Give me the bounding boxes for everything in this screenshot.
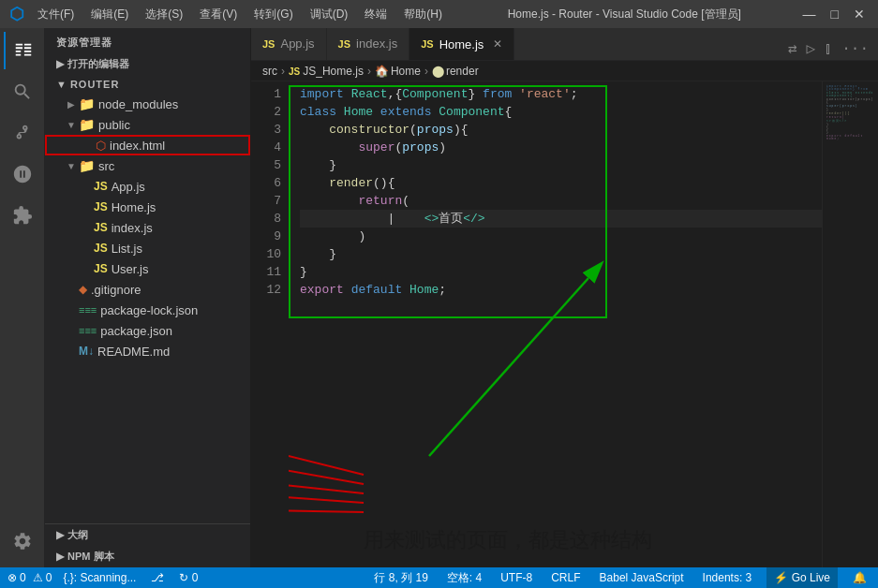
tree-item-home-js[interactable]: JS Home.js bbox=[45, 197, 250, 217]
tree-item-package-json[interactable]: ≡≡≡ package.json bbox=[45, 320, 250, 341]
menu-edit[interactable]: 编辑(E) bbox=[83, 5, 136, 24]
node-modules-arrow: ▶ bbox=[64, 99, 79, 110]
activity-extensions[interactable] bbox=[4, 197, 41, 234]
sidebar: 资源管理器 ▶ 打开的编辑器 ▼ ROUTER ▶ 📁 node_modules… bbox=[45, 28, 251, 567]
git-branch-icon: ⎇ bbox=[151, 571, 164, 584]
split-editor-button[interactable]: ⇄ bbox=[786, 37, 799, 60]
status-encoding[interactable]: UTF-8 bbox=[497, 571, 536, 584]
menu-debug[interactable]: 调试(D) bbox=[303, 5, 356, 24]
app-js-label: App.js bbox=[112, 180, 145, 194]
menu-select[interactable]: 选择(S) bbox=[138, 5, 190, 24]
status-language[interactable]: Babel JavaScript bbox=[596, 571, 688, 584]
titlebar-left: ⬡ 文件(F) 编辑(E) 选择(S) 查看(V) 转到(G) 调试(D) 终端… bbox=[9, 4, 450, 24]
close-button[interactable]: ✕ bbox=[850, 7, 869, 22]
tree-item-user-js[interactable]: JS User.js bbox=[45, 258, 250, 279]
menu-view[interactable]: 查看(V) bbox=[192, 5, 245, 24]
file-tree: ▶ 📁 node_modules ▼ 📁 public ⬡ index.html bbox=[45, 94, 250, 523]
code-line-6: render(){ bbox=[300, 174, 822, 192]
open-editors-section[interactable]: ▶ 打开的编辑器 bbox=[45, 53, 250, 75]
annotation-overlay: 用来测试的页面，都是这种结构 bbox=[364, 531, 652, 549]
tree-item-package-lock[interactable]: ≡≡≡ package-lock.json bbox=[45, 300, 250, 320]
tab-index-js[interactable]: JS index.js bbox=[327, 28, 410, 60]
titlebar: ⬡ 文件(F) 编辑(E) 选择(S) 查看(V) 转到(G) 调试(D) 终端… bbox=[0, 0, 878, 28]
status-left: ⊗ 0 ⚠ 0 {.}: Scanning... ⎇ ↻ 0 bbox=[7, 571, 201, 584]
activity-git[interactable] bbox=[4, 114, 41, 152]
outline-section[interactable]: ▶ 大纲 bbox=[45, 524, 250, 546]
go-live-button[interactable]: ⚡ Go Live bbox=[766, 567, 838, 588]
code-editor[interactable]: 1 2 3 4 5 6 7 8 9 10 11 12 import React,… bbox=[251, 81, 878, 567]
gitignore-icon: ◆ bbox=[79, 283, 87, 296]
status-sync[interactable]: ↻ 0 bbox=[175, 571, 201, 584]
code-line-11: } bbox=[300, 263, 822, 281]
tree-item-src[interactable]: ▼ 📁 src bbox=[45, 155, 250, 176]
public-arrow: ▼ bbox=[64, 120, 79, 130]
activity-search[interactable] bbox=[4, 73, 41, 110]
status-position[interactable]: 行 8, 列 19 bbox=[370, 570, 431, 586]
tab-actions: ⇄ ▷ ⫿ ··· bbox=[779, 37, 878, 60]
main-layout: 资源管理器 ▶ 打开的编辑器 ▼ ROUTER ▶ 📁 node_modules… bbox=[0, 28, 878, 567]
status-indents[interactable]: Indents: 3 bbox=[699, 571, 756, 584]
status-line-ending[interactable]: CRLF bbox=[547, 571, 584, 584]
menu-file[interactable]: 文件(F) bbox=[30, 5, 82, 24]
status-git[interactable]: ⎇ bbox=[147, 571, 168, 584]
tab-home-js[interactable]: JS Home.js ✕ bbox=[409, 28, 514, 60]
breadcrumb-file[interactable]: JSJS_Home.js bbox=[289, 65, 364, 78]
breadcrumb-src[interactable]: src bbox=[262, 65, 277, 78]
code-line-7: return( bbox=[300, 192, 822, 210]
tree-item-readme[interactable]: M↓ README.md bbox=[45, 341, 250, 361]
status-bell[interactable]: 🔔 bbox=[849, 571, 871, 584]
menu-goto[interactable]: 转到(G) bbox=[246, 5, 300, 24]
run-button[interactable]: ▷ bbox=[805, 37, 818, 60]
line-numbers: 1 2 3 4 5 6 7 8 9 10 11 12 bbox=[251, 81, 289, 567]
activity-explorer[interactable] bbox=[4, 32, 41, 69]
svg-line-3 bbox=[289, 484, 364, 503]
breadcrumb: src › JSJS_Home.js › 🏠Home › ⬤render bbox=[251, 61, 878, 81]
public-folder-icon: 📁 bbox=[79, 117, 95, 132]
breadcrumb-render[interactable]: ⬤render bbox=[432, 65, 479, 78]
readme-label: README.md bbox=[97, 345, 170, 359]
code-content[interactable]: import React,{Component} from 'react'; c… bbox=[289, 81, 822, 567]
sync-count: 0 bbox=[192, 571, 199, 584]
tree-item-public[interactable]: ▼ 📁 public bbox=[45, 114, 250, 135]
tree-item-list-js[interactable]: JS List.js bbox=[45, 238, 250, 258]
sync-icon: ↻ bbox=[179, 571, 188, 584]
src-label: src bbox=[98, 159, 114, 173]
home-js-icon: JS bbox=[94, 200, 108, 213]
tree-item-app-js[interactable]: JS App.js bbox=[45, 176, 250, 197]
menu-help[interactable]: 帮助(H) bbox=[396, 5, 450, 24]
activity-debug[interactable] bbox=[4, 155, 41, 193]
public-label: public bbox=[98, 118, 130, 132]
tree-item-index-html[interactable]: ⬡ index.html bbox=[45, 135, 250, 155]
tree-item-gitignore[interactable]: ◆ .gitignore bbox=[45, 279, 250, 300]
status-errors[interactable]: ⊗ 0 ⚠ 0 bbox=[7, 571, 52, 584]
minimize-button[interactable]: — bbox=[799, 7, 820, 22]
menu-terminal[interactable]: 终端 bbox=[357, 5, 394, 24]
html-file-icon: ⬡ bbox=[96, 139, 106, 153]
open-editors-label: 打开的编辑器 bbox=[67, 57, 129, 71]
tree-item-index-js[interactable]: JS index.js bbox=[45, 217, 250, 238]
tree-item-node-modules[interactable]: ▶ 📁 node_modules bbox=[45, 94, 250, 114]
readme-icon: M↓ bbox=[79, 345, 94, 358]
list-js-icon: JS bbox=[94, 242, 108, 255]
activity-settings[interactable] bbox=[4, 522, 41, 567]
status-scanning[interactable]: {.}: Scanning... bbox=[59, 571, 140, 584]
titlebar-controls: — □ ✕ bbox=[799, 7, 869, 22]
tab-home-js-close[interactable]: ✕ bbox=[493, 37, 502, 51]
src-arrow: ▼ bbox=[64, 161, 79, 171]
breadcrumb-home[interactable]: 🏠Home bbox=[375, 65, 421, 78]
tab-app-js-label: App.js bbox=[280, 37, 314, 51]
svg-line-0 bbox=[289, 409, 364, 475]
outline-label: 大纲 bbox=[67, 528, 88, 542]
minimap-content: import React,{Component} from class Home… bbox=[823, 81, 878, 144]
status-spaces[interactable]: 空格: 4 bbox=[443, 570, 485, 586]
split-vertical-button[interactable]: ⫿ bbox=[823, 38, 834, 60]
package-lock-icon: ≡≡≡ bbox=[79, 304, 97, 316]
npm-section[interactable]: ▶ NPM 脚本 bbox=[45, 546, 250, 567]
router-section[interactable]: ▼ ROUTER bbox=[45, 75, 250, 94]
index-js-label: index.js bbox=[112, 221, 153, 235]
npm-arrow: ▶ bbox=[56, 551, 64, 563]
tab-app-js[interactable]: JS App.js bbox=[251, 28, 327, 60]
more-actions-button[interactable]: ··· bbox=[840, 38, 871, 59]
outline-arrow: ▶ bbox=[56, 529, 64, 541]
maximize-button[interactable]: □ bbox=[827, 7, 842, 22]
